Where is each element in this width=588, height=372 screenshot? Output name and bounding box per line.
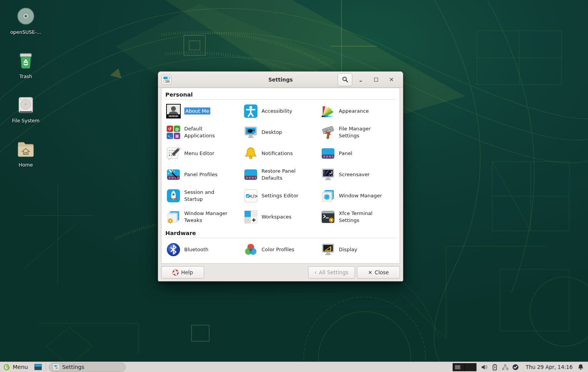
section-divider [165, 238, 396, 238]
clock[interactable]: Thu 29 Apr, 14:16 [523, 364, 576, 370]
settings-item-label: Appearance [339, 108, 369, 115]
close-dialog-button[interactable]: ✕ Close [357, 266, 400, 279]
workspace-pager[interactable] [453, 363, 476, 371]
settings-item-label: About Me [184, 107, 210, 115]
settings-item-window-manager[interactable]: Window Manager [319, 185, 396, 206]
panel-profiles-wand-icon [166, 167, 181, 182]
settings-item-label: Panel [339, 150, 352, 157]
svg-text:↺: ↺ [168, 126, 172, 131]
settings-item-label: Settings Editor [262, 192, 298, 199]
show-desktop-icon[interactable] [34, 364, 42, 370]
settings-item-label: Xfce Terminal Settings [339, 210, 388, 224]
close-button[interactable]: ✕ [385, 73, 398, 86]
close-label: Close [375, 269, 389, 275]
panel-icon [321, 146, 335, 161]
settings-item-label: Color Profiles [262, 246, 294, 253]
settings-item-bluetooth[interactable]: Bluetooth [165, 239, 242, 260]
desktop-monitor-icon [243, 125, 258, 140]
optical-disc-icon [16, 7, 35, 26]
maximize-button[interactable] [369, 73, 383, 86]
restore-panel-icon [243, 167, 258, 182]
file-manager-hammer-icon [321, 125, 335, 140]
all-settings-button[interactable]: ‹ All Settings [308, 266, 355, 279]
color-profiles-icon [243, 242, 258, 257]
applications-menu-button[interactable]: Menu [0, 362, 32, 372]
panel-handle[interactable] [44, 364, 47, 370]
workspace-1[interactable] [453, 363, 465, 371]
settings-item-desktop[interactable]: Desktop [242, 122, 319, 143]
terminal-settings-icon [321, 210, 335, 224]
settings-item-screensaver[interactable]: Screensaver [319, 164, 396, 185]
section-header: Personal [165, 89, 396, 99]
settings-item-label: Accessibility [262, 108, 292, 115]
settings-item-workspaces[interactable]: Workspaces [242, 206, 319, 227]
desktop-icon-label: Trash [19, 73, 32, 79]
taskbar-task-settings[interactable]: Settings [49, 363, 126, 372]
battery-icon[interactable] [491, 364, 498, 370]
close-icon: ✕ [389, 76, 394, 83]
desktop-icon-home[interactable]: Home [5, 137, 47, 177]
volume-icon[interactable] [481, 364, 488, 370]
desktop-icon-label: Home [19, 162, 33, 168]
settings-item-label: Restore Panel Defaults [262, 168, 311, 181]
settings-item-default-applications[interactable]: ↺@>_▦Default Applications [165, 122, 242, 143]
network-icon[interactable] [502, 364, 508, 370]
settings-item-label: Bluetooth [184, 246, 208, 253]
settings-item-label: Notifications [262, 150, 293, 157]
settings-item-label: Window Manager Tweaks [184, 210, 233, 224]
minimize-button[interactable]: – [354, 73, 368, 86]
settings-item-file-manager-settings[interactable]: File Manager Settings [319, 122, 396, 143]
settings-item-restore-panel-defaults[interactable]: Restore Panel Defaults [242, 164, 319, 185]
session-rocket-icon [166, 189, 181, 203]
settings-item-settings-editor[interactable]: </>Settings Editor [242, 185, 319, 206]
settings-toggles-icon [162, 75, 172, 85]
default-applications-icon: ↺@>_▦ [166, 125, 181, 140]
settings-item-label: Menu Editor [184, 150, 214, 157]
menu-label: Menu [13, 364, 28, 370]
settings-item-label: Default Applications [184, 125, 233, 139]
settings-editor-icon: </> [243, 189, 258, 203]
search-button[interactable] [338, 73, 352, 86]
workspace-2[interactable] [465, 363, 476, 371]
desktop-icon-file-system[interactable]: File System [5, 93, 47, 133]
svg-text:▦: ▦ [175, 134, 178, 138]
section-header: Hardware [165, 227, 396, 238]
settings-item-label: Screensaver [339, 171, 370, 178]
settings-item-menu-editor[interactable]: Menu Editor [165, 143, 242, 164]
minimize-icon: – [359, 77, 362, 84]
settings-item-color-profiles[interactable]: Color Profiles [242, 239, 319, 260]
workspaces-icon [243, 210, 258, 224]
user-photo-icon: 1829102 [166, 104, 181, 118]
settings-item-xfce-terminal-settings[interactable]: Xfce Terminal Settings [319, 206, 396, 227]
menu-editor-icon [166, 146, 181, 161]
help-button[interactable]: Help [161, 266, 204, 279]
desktop-icon-list: openSUSE-...TrashFile SystemHome [5, 5, 47, 182]
desktop-icon-trash[interactable]: Trash [5, 49, 47, 88]
settings-item-session-and-startup[interactable]: Session and Startup [165, 185, 242, 206]
settings-item-accessibility[interactable]: Accessibility [242, 100, 319, 122]
desktop-icon-opensuse-[interactable]: openSUSE-... [5, 5, 47, 44]
search-icon [342, 76, 348, 83]
settings-item-notifications[interactable]: Notifications [242, 143, 319, 164]
all-settings-label: All Settings [319, 269, 348, 275]
settings-item-panel-profiles[interactable]: Panel Profiles [165, 164, 242, 185]
svg-text:@: @ [175, 127, 179, 131]
settings-item-label: Display [339, 246, 357, 253]
settings-item-appearance[interactable]: Appearance [319, 100, 396, 122]
settings-item-window-manager-tweaks[interactable]: Window Manager Tweaks [165, 206, 242, 227]
opensuse-geeko-icon [3, 364, 10, 371]
svg-text:1829102: 1829102 [168, 115, 178, 117]
settings-grid: Personal1829102About MeAccessibilityAppe… [161, 88, 400, 264]
settings-window: Settings – ✕ Personal1829102About MeAcce… [158, 71, 403, 282]
settings-item-about-me[interactable]: 1829102About Me [165, 100, 242, 122]
bell-icon[interactable] [577, 364, 584, 370]
help-label: Help [181, 269, 193, 275]
settings-item-panel[interactable]: Panel [319, 143, 396, 164]
task-label: Settings [62, 364, 84, 370]
settings-item-display[interactable]: Display [319, 239, 396, 260]
updates-check-icon[interactable] [512, 364, 519, 370]
titlebar[interactable]: Settings – ✕ [158, 72, 403, 88]
desktop-icon-label: openSUSE-... [10, 29, 42, 35]
system-tray [481, 364, 519, 370]
settings-item-label: Panel Profiles [184, 171, 217, 178]
